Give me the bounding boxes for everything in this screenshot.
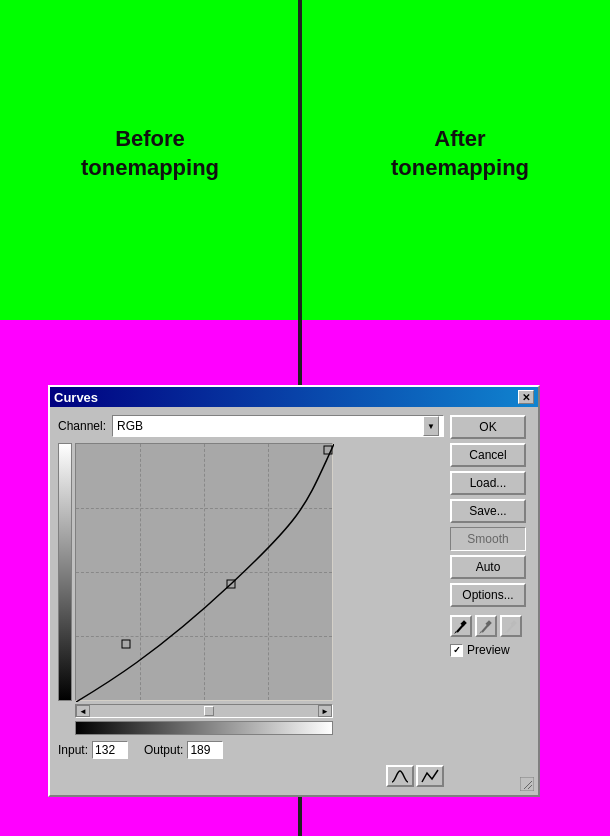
channel-dropdown-arrow[interactable]: ▼ xyxy=(423,416,439,436)
horizontal-slider[interactable]: ◄ ► xyxy=(75,704,333,718)
right-buttons: OK Cancel Load... Save... Smooth Auto Op… xyxy=(450,415,530,787)
output-value[interactable] xyxy=(187,741,223,759)
black-eyedropper-icon xyxy=(454,618,468,634)
channel-value: RGB xyxy=(117,419,423,433)
slider-thumb[interactable] xyxy=(204,706,214,716)
auto-button[interactable]: Auto xyxy=(450,555,526,579)
load-button[interactable]: Load... xyxy=(450,471,526,495)
channel-select[interactable]: RGB ▼ xyxy=(112,415,444,437)
black-eyedropper-btn[interactable] xyxy=(450,615,472,637)
preview-label: Preview xyxy=(467,643,510,657)
input-field: Input: xyxy=(58,741,128,759)
ok-button[interactable]: OK xyxy=(450,415,526,439)
straight-curve-icon xyxy=(421,769,439,783)
svg-rect-13 xyxy=(520,777,534,791)
close-button[interactable]: ✕ xyxy=(518,390,534,404)
curve-svg xyxy=(76,444,334,702)
resize-icon xyxy=(520,777,534,791)
smooth-curve-btn[interactable] xyxy=(386,765,414,787)
output-field: Output: xyxy=(144,741,223,759)
cancel-button[interactable]: Cancel xyxy=(450,443,526,467)
before-label: Before tonemapping xyxy=(50,125,250,182)
eyedropper-buttons xyxy=(450,615,530,637)
input-label: Input: xyxy=(58,743,88,757)
vertical-gradient-bar xyxy=(58,443,72,701)
after-label: After tonemapping xyxy=(355,125,565,182)
preview-checkbox[interactable]: ✓ xyxy=(450,644,463,657)
dialog-title: Curves xyxy=(54,390,98,405)
smooth-curve-icon xyxy=(391,769,409,783)
input-value[interactable] xyxy=(92,741,128,759)
output-label: Output: xyxy=(144,743,183,757)
svg-rect-1 xyxy=(122,640,130,648)
preview-row: ✓ Preview xyxy=(450,643,530,657)
dialog-titlebar: Curves ✕ xyxy=(50,387,538,407)
curves-dialog: Curves ✕ Channel: RGB ▼ xyxy=(48,385,540,797)
smooth-button[interactable]: Smooth xyxy=(450,527,526,551)
curve-type-buttons xyxy=(386,765,444,787)
save-button[interactable]: Save... xyxy=(450,499,526,523)
channel-label: Channel: xyxy=(58,419,106,433)
close-icon: ✕ xyxy=(522,392,530,403)
slider-right-arrow[interactable]: ► xyxy=(318,705,332,717)
gray-eyedropper-icon xyxy=(479,618,493,634)
white-eyedropper-icon xyxy=(504,618,518,634)
straight-curve-btn[interactable] xyxy=(416,765,444,787)
white-eyedropper-btn[interactable] xyxy=(500,615,522,637)
gray-eyedropper-btn[interactable] xyxy=(475,615,497,637)
curves-graph[interactable] xyxy=(75,443,333,701)
horizontal-gradient-bar xyxy=(75,721,333,735)
options-button[interactable]: Options... xyxy=(450,583,526,607)
slider-left-arrow[interactable]: ◄ xyxy=(76,705,90,717)
resize-handle[interactable] xyxy=(519,776,535,792)
io-section: Input: Output: xyxy=(58,741,444,759)
